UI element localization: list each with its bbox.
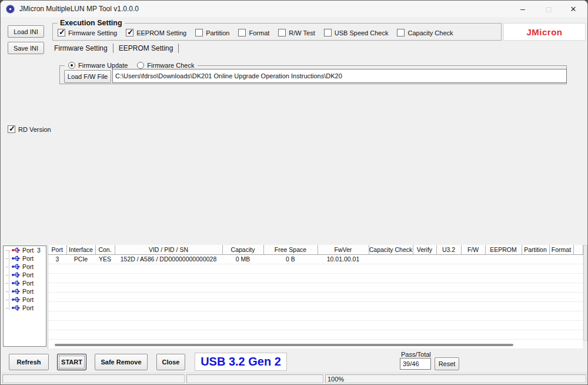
- maximize-button: ▢: [536, 1, 562, 17]
- radio-firmware-check[interactable]: Firmware Check: [137, 62, 194, 69]
- col-capacity[interactable]: Capacity: [222, 245, 263, 254]
- tree-item-port[interactable]: Port: [4, 304, 46, 312]
- table-empty-row: [48, 330, 583, 339]
- tree-item-port-3[interactable]: Port 3: [4, 246, 46, 254]
- col-verify[interactable]: Verify: [413, 245, 436, 254]
- cell-port: 3: [48, 254, 66, 264]
- radio-icon: [68, 62, 75, 69]
- tree-stub: [6, 291, 9, 292]
- table-empty-row: [48, 283, 583, 292]
- reset-button[interactable]: Reset: [435, 357, 459, 370]
- col-eeprom[interactable]: EEPROM: [485, 245, 522, 254]
- table-row[interactable]: 3 PCIe YES 152D / A586 / DD0000000000002…: [48, 254, 583, 264]
- checkbox-icon: [324, 29, 332, 36]
- col-vid-pid-sn[interactable]: VID / PID / SN: [115, 245, 222, 254]
- pass-total-field[interactable]: 39/46: [400, 358, 431, 370]
- usb-connected-icon: [11, 247, 21, 253]
- checkbox-label: R/W Test: [289, 29, 315, 36]
- checkbox-partition[interactable]: Partition: [195, 29, 229, 36]
- table-empty-row: [48, 273, 583, 283]
- tab-bar: Firmware Setting EEPROM Setting: [49, 42, 179, 54]
- brand-logo-box: JMicron: [503, 23, 586, 41]
- col-fwver[interactable]: FwVer: [318, 245, 369, 254]
- tab-eeprom-setting[interactable]: EEPROM Setting: [113, 44, 179, 53]
- table-empty-row: [48, 292, 583, 301]
- cell-empty: [522, 254, 549, 264]
- table-vertical-scrollbar[interactable]: [583, 245, 587, 341]
- col-partition[interactable]: Partition: [522, 245, 549, 254]
- tree-item-port[interactable]: Port: [4, 279, 46, 287]
- usb-icon: [11, 288, 21, 294]
- checkbox-label: Format: [249, 29, 269, 36]
- checkbox-usb-speed-check[interactable]: USB Speed Check: [324, 29, 389, 36]
- checkbox-label: EEPROM Setting: [136, 29, 186, 36]
- rd-version-checkbox[interactable]: RD Version: [8, 125, 51, 133]
- jmicron-logo: JMicron: [526, 27, 562, 37]
- title-bar[interactable]: JMicron MultipleLUN MP Tool v1.0.0.0 – ▢…: [1, 1, 587, 17]
- firmware-path-input[interactable]: C:\Users\fdrso\Downloads\DK201 Online Up…: [112, 69, 567, 83]
- checkbox-rw-test[interactable]: R/W Test: [278, 29, 315, 36]
- execution-setting-group: Execution Setting Firmware Setting EEPRO…: [52, 23, 502, 41]
- checkbox-icon: [238, 29, 246, 36]
- usb-icon: [11, 264, 21, 270]
- tree-item-label: Port: [22, 263, 34, 270]
- pass-total-label: Pass/Total: [401, 351, 431, 358]
- radio-firmware-update[interactable]: Firmware Update: [68, 62, 128, 69]
- save-ini-button[interactable]: Save INI: [8, 42, 44, 54]
- refresh-button[interactable]: Refresh: [9, 354, 49, 370]
- start-button[interactable]: START: [57, 354, 86, 370]
- checkbox-format[interactable]: Format: [238, 29, 269, 36]
- cell-empty: [461, 254, 485, 264]
- checkbox-icon: [126, 29, 133, 36]
- checkbox-icon: [8, 125, 15, 133]
- tree-item-label: Port: [22, 271, 34, 278]
- close-app-button[interactable]: Close: [156, 354, 185, 370]
- cell-empty: [436, 254, 461, 264]
- status-bar: 100%: [1, 373, 587, 384]
- status-panel-1: [2, 374, 185, 383]
- load-fw-file-button[interactable]: Load F/W File: [64, 70, 111, 83]
- col-con[interactable]: Con.: [95, 245, 115, 254]
- col-filler: [573, 245, 583, 254]
- col-capacity-check[interactable]: Capacity Check: [369, 245, 413, 254]
- app-icon: [6, 5, 15, 14]
- window-title: JMicron MultipleLUN MP Tool v1.0.0.0: [19, 5, 139, 13]
- col-u32[interactable]: U3.2: [436, 245, 461, 254]
- checkbox-eeprom-setting[interactable]: EEPROM Setting: [126, 29, 186, 36]
- tree-stub: [6, 258, 9, 259]
- col-fw[interactable]: F/W: [461, 245, 485, 254]
- table-horizontal-scrollbar[interactable]: [55, 344, 513, 346]
- checkbox-label: USB Speed Check: [335, 29, 389, 36]
- cell-empty: [485, 254, 522, 264]
- table-empty-row: [48, 301, 583, 311]
- tree-item-port[interactable]: Port: [4, 254, 46, 263]
- port-tree: Port 3 Port: [3, 245, 46, 347]
- close-button[interactable]: ✕: [560, 1, 586, 17]
- usb-speed-label: USB 3.2 Gen 2: [201, 355, 281, 369]
- checkbox-label: Firmware Setting: [68, 29, 117, 36]
- tree-item-label: Port: [22, 280, 34, 287]
- load-ini-button[interactable]: Load INI: [8, 25, 44, 38]
- tree-item-port[interactable]: Port: [4, 296, 46, 304]
- status-panel-2: [186, 374, 323, 383]
- tree-item-label: Port: [22, 288, 34, 295]
- usb-icon: [11, 297, 21, 303]
- cell-capacity: 0 MB: [222, 254, 263, 264]
- col-port[interactable]: Port: [48, 245, 66, 254]
- tab-firmware-setting[interactable]: Firmware Setting: [49, 44, 113, 53]
- tree-item-port[interactable]: Port: [4, 287, 46, 296]
- cell-vid-pid-sn: 152D / A586 / DD00000000000028: [115, 254, 222, 264]
- col-format[interactable]: Format: [549, 245, 573, 254]
- checkbox-firmware-setting[interactable]: Firmware Setting: [58, 29, 117, 36]
- col-free-space[interactable]: Free Space: [263, 245, 318, 254]
- usb-icon: [11, 272, 21, 278]
- checkbox-capacity-check[interactable]: Capacity Check: [397, 29, 453, 36]
- tree-item-port[interactable]: Port: [4, 263, 46, 271]
- execution-setting-checkboxes: Firmware Setting EEPROM Setting Partitio…: [58, 29, 453, 36]
- table-empty-row: [48, 264, 583, 273]
- col-interface[interactable]: Interface: [66, 245, 95, 254]
- radio-label: Firmware Check: [147, 62, 194, 69]
- safe-remove-button[interactable]: Safe Remove: [95, 354, 148, 370]
- tree-item-port[interactable]: Port: [4, 271, 46, 279]
- minimize-button[interactable]: –: [510, 1, 536, 17]
